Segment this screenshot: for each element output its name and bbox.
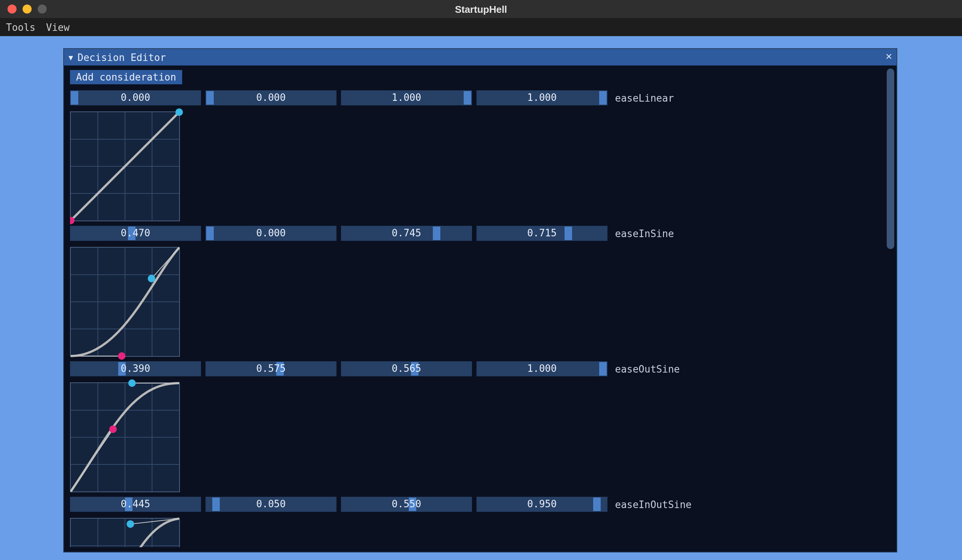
panel-titlebar[interactable]: ▼ Decision Editor ✕: [64, 49, 896, 66]
slider-row: 0.0000.0001.0001.000easeLinear: [70, 90, 891, 105]
add-consideration-button[interactable]: Add consideration: [70, 70, 182, 84]
bezier-handle-p1[interactable]: [118, 352, 125, 360]
bezier-param-slider[interactable]: 0.565: [341, 361, 472, 376]
bezier-param-slider[interactable]: 1.000: [341, 90, 472, 105]
bezier-handle-p2[interactable]: [148, 275, 155, 282]
slider-value: 0.445: [121, 498, 150, 510]
bezier-handle-p1[interactable]: [109, 425, 117, 433]
bezier-param-slider[interactable]: 0.390: [70, 361, 201, 376]
bezier-param-slider[interactable]: 0.000: [205, 226, 336, 241]
slider-value: 0.550: [392, 498, 421, 510]
decision-editor-window[interactable]: ▼ Decision Editor ✕ Add consideration 0.…: [63, 48, 897, 552]
bezier-preview[interactable]: [70, 518, 180, 547]
easing-label: easeLinear: [615, 92, 674, 103]
bezier-param-slider[interactable]: 1.000: [476, 90, 607, 105]
curve-entry: 0.3900.5750.5651.000easeOutSine: [70, 361, 891, 492]
bezier-handle-p2[interactable]: [128, 379, 136, 387]
bezier-param-slider[interactable]: 1.000: [476, 361, 607, 376]
bezier-param-slider[interactable]: 0.470: [70, 226, 201, 241]
mac-titlebar: StartupHell: [0, 0, 962, 18]
menu-view[interactable]: View: [46, 21, 69, 33]
bezier-handle-p2[interactable]: [175, 108, 183, 116]
slider-value: 0.565: [392, 363, 421, 374]
window-title: StartupHell: [0, 3, 962, 15]
bezier-param-slider[interactable]: 0.715: [476, 226, 607, 241]
close-window-icon[interactable]: [8, 5, 16, 13]
bezier-param-slider[interactable]: 0.575: [205, 361, 336, 376]
bezier-preview[interactable]: [70, 111, 180, 221]
bezier-preview[interactable]: [70, 247, 180, 357]
bezier-param-slider[interactable]: 0.745: [341, 226, 472, 241]
bezier-param-slider[interactable]: 0.000: [70, 90, 201, 105]
zoom-window-icon: [38, 5, 47, 13]
minimize-window-icon[interactable]: [23, 5, 32, 13]
slider-value: 0.390: [121, 363, 150, 374]
scrollbar[interactable]: [886, 67, 895, 550]
slider-value: 1.000: [527, 363, 557, 374]
easing-label: easeOutSine: [615, 363, 680, 374]
slider-value: 0.470: [121, 227, 150, 239]
slider-value: 1.000: [392, 92, 421, 103]
slider-value: 0.000: [256, 227, 286, 239]
scrollbar-thumb[interactable]: [887, 68, 894, 249]
bezier-param-slider[interactable]: 0.050: [205, 497, 336, 512]
close-icon[interactable]: ✕: [886, 50, 892, 61]
slider-value: 0.050: [256, 498, 286, 510]
slider-row: 0.3900.5750.5651.000easeOutSine: [70, 361, 891, 376]
panel-title: Decision Editor: [77, 52, 166, 63]
bezier-handle-p2[interactable]: [126, 520, 134, 528]
bezier-param-slider[interactable]: 0.550: [341, 497, 472, 512]
slider-row: 0.4450.0500.5500.950easeInOutSine: [70, 497, 891, 512]
slider-value: 0.575: [256, 363, 286, 374]
svg-line-22: [71, 429, 113, 492]
slider-value: 0.000: [121, 92, 150, 103]
bezier-param-slider[interactable]: 0.950: [476, 497, 607, 512]
menu-tools[interactable]: Tools: [6, 21, 36, 33]
collapse-arrow-icon[interactable]: ▼: [68, 53, 73, 61]
slider-row: 0.4700.0000.7450.715easeInSine: [70, 226, 891, 241]
menubar: Tools View: [0, 18, 962, 36]
slider-value: 0.715: [527, 227, 557, 239]
curve-entry: 0.4700.0000.7450.715easeInSine: [70, 226, 891, 357]
slider-value: 1.000: [527, 92, 557, 103]
slider-value: 0.000: [256, 92, 286, 103]
bezier-preview[interactable]: [70, 382, 180, 492]
svg-line-15: [152, 248, 179, 279]
slider-value: 0.950: [527, 498, 557, 510]
easing-label: easeInOutSine: [615, 499, 692, 510]
slider-value: 0.745: [392, 227, 421, 239]
easing-label: easeInSine: [615, 228, 674, 239]
curve-entry: 0.0000.0001.0001.000easeLinear: [70, 90, 891, 221]
bezier-param-slider[interactable]: 0.445: [70, 497, 201, 512]
curve-entry: 0.4450.0500.5500.950easeInOutSine: [70, 497, 891, 547]
bezier-param-slider[interactable]: 0.000: [205, 90, 336, 105]
